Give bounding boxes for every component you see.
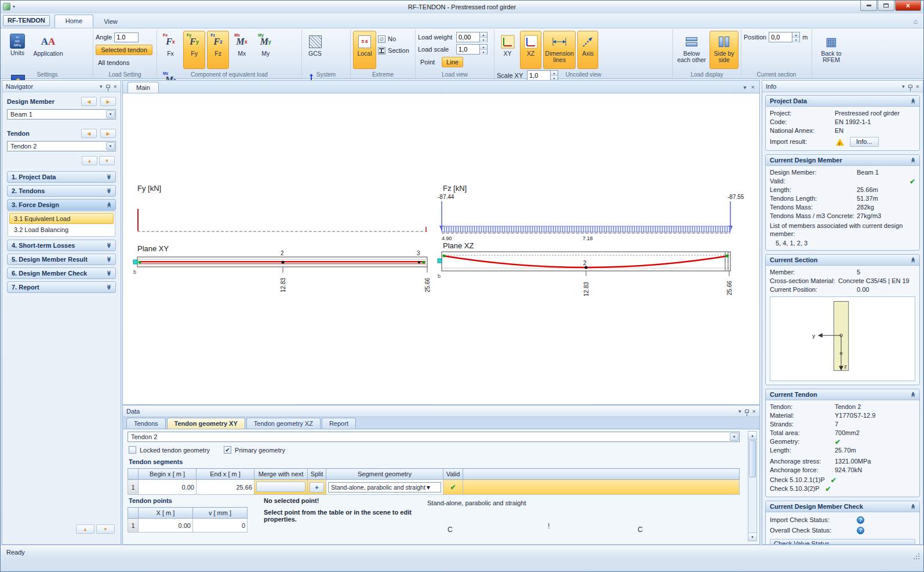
tab-tendon-geometry-xy[interactable]: Tendon geometry XY xyxy=(167,418,245,429)
design-member-select[interactable]: Beam 1 ▼ xyxy=(7,109,116,120)
uncoiled-xy-button[interactable]: XY xyxy=(497,31,518,69)
maximize-button[interactable] xyxy=(878,1,894,11)
nav-section-report[interactable]: 7. Report≫ xyxy=(7,281,116,293)
dimension-lines-button[interactable]: Dimension lines xyxy=(543,31,576,69)
panel-menu-icon[interactable]: ▾ xyxy=(100,84,103,89)
close-button[interactable]: × xyxy=(895,1,921,11)
point-button[interactable]: Point xyxy=(418,57,439,67)
doc-menu-icon[interactable]: ▾ xyxy=(744,84,747,90)
scrollbar-thumb[interactable] xyxy=(749,440,756,477)
tendon-select[interactable]: Tendon 2 ▼ xyxy=(7,141,116,151)
tab-view[interactable]: View xyxy=(93,16,128,28)
move-down-button[interactable]: ▼ xyxy=(99,156,115,165)
current-design-member-check-header[interactable]: Current Design Member Check ≫ xyxy=(766,501,919,512)
current-design-member-header[interactable]: Current Design Member ≫ xyxy=(766,155,919,166)
nav-section-short-term-losses[interactable]: 4. Short-term Losses≫ xyxy=(7,240,116,251)
seg-begin-cell[interactable]: 0.00 xyxy=(139,480,197,495)
spin-down-icon[interactable]: ▼ xyxy=(792,38,799,42)
table-row[interactable]: 1 0.00 0 xyxy=(128,519,248,533)
doc-close-icon[interactable]: × xyxy=(751,84,755,90)
resize-grip[interactable] xyxy=(914,553,919,559)
qat-customize-icon[interactable]: ▾ xyxy=(13,4,15,9)
spin-down-icon[interactable]: ▼ xyxy=(480,38,487,42)
back-to-rfem-button[interactable]: ▦ Back to RFEM xyxy=(814,31,848,69)
selected-tendon-button[interactable]: Selected tendon xyxy=(96,45,152,55)
angle-input[interactable] xyxy=(114,32,139,42)
ribbon-options-icon[interactable]: ⌂ xyxy=(914,17,921,28)
side-by-side-button[interactable]: Side by side xyxy=(710,31,739,69)
prev-design-member-button[interactable]: ◀ xyxy=(81,97,97,106)
pt-x-cell[interactable]: 0.00 xyxy=(139,519,193,533)
scroll-down-button[interactable]: ▼ xyxy=(96,524,115,534)
uncoiled-xz-button[interactable]: XZ xyxy=(520,31,541,69)
current-tendon-header[interactable]: Current Tendon ≫ xyxy=(766,389,919,400)
tab-tendon-geometry-xz[interactable]: Tendon geometry XZ xyxy=(246,418,321,429)
seg-end-cell[interactable]: 25.66 xyxy=(197,480,254,495)
spin-up-icon[interactable]: ▲ xyxy=(480,32,487,38)
nav-section-design-member-result[interactable]: 5. Design Member Result≫ xyxy=(7,254,116,265)
tab-home[interactable]: Home xyxy=(54,15,93,28)
local-button[interactable]: 58 Local xyxy=(353,31,376,69)
nav-section-design-member-check[interactable]: 6. Design Member Check≫ xyxy=(7,267,116,279)
prev-tendon-button[interactable]: ◀ xyxy=(81,129,97,138)
fx-button[interactable]: FxFx Fx xyxy=(159,31,181,69)
nav-section-tendons[interactable]: 2. Tendons≫ xyxy=(7,185,116,197)
spin-up-icon[interactable]: ▲ xyxy=(480,45,487,50)
pt-v-cell[interactable]: 0 xyxy=(193,519,248,533)
scroll-down-icon[interactable]: ▼ xyxy=(748,533,756,541)
locked-tendon-geometry-checkbox[interactable] xyxy=(129,446,136,454)
panel-menu-icon[interactable]: ▾ xyxy=(902,84,905,89)
nav-item-load-balancing[interactable]: 3.2 Load Balancing xyxy=(9,224,114,235)
next-design-member-button[interactable]: ▶ xyxy=(100,97,116,106)
extreme-section-option[interactable]: Section xyxy=(378,45,409,56)
all-tendons-button[interactable]: All tendons xyxy=(96,57,152,68)
tendon-combo[interactable]: Tendon 2 ▼ xyxy=(128,432,740,442)
pin-icon[interactable] xyxy=(908,85,912,88)
project-data-header[interactable]: Project Data ≫ xyxy=(766,96,919,107)
close-icon[interactable]: × xyxy=(752,408,756,414)
pin-icon[interactable] xyxy=(745,410,749,413)
nav-item-equivalent-load[interactable]: 3.1 Equivalent Load xyxy=(9,213,114,224)
line-button[interactable]: Line xyxy=(442,57,463,67)
extreme-no-option[interactable]: ∅ No xyxy=(378,33,409,45)
units-button[interactable]: mkNMPa Units xyxy=(4,31,31,69)
move-up-button[interactable]: ▲ xyxy=(82,156,97,165)
vertical-scrollbar[interactable]: ▲ ▼ xyxy=(748,431,757,541)
tab-main[interactable]: Main xyxy=(128,82,159,93)
table-row[interactable]: 1 0.00 25.66 + Stand-alone, parabolic an… xyxy=(128,480,740,495)
close-icon[interactable]: × xyxy=(114,84,117,89)
close-icon[interactable]: × xyxy=(916,84,919,89)
minimize-button[interactable] xyxy=(860,1,877,11)
my-button[interactable]: MyMy My xyxy=(254,31,277,69)
load-weight-input[interactable] xyxy=(456,32,479,42)
title-bar[interactable]: ▾ RF-TENDON - Prestressed roof girder × xyxy=(1,1,923,13)
panel-menu-icon[interactable]: ▾ xyxy=(739,408,741,414)
check-value-status-bar[interactable]: Check Value Status xyxy=(770,539,915,544)
spin-up-icon[interactable]: ▲ xyxy=(792,32,799,38)
fz-button[interactable]: FzFz Fz xyxy=(207,31,229,69)
fy-button[interactable]: FyFy Fy xyxy=(183,31,205,69)
position-input[interactable] xyxy=(769,32,792,42)
nav-section-force-design[interactable]: 3. Force Design≫ xyxy=(7,199,116,211)
gcs-button[interactable]: GCS xyxy=(304,31,326,69)
application-menu-button[interactable]: RF-TENDON xyxy=(3,15,50,26)
tab-report[interactable]: Report xyxy=(322,418,356,429)
info-button[interactable]: Info... xyxy=(850,137,879,147)
mx-button[interactable]: MxMx Mx xyxy=(231,31,253,69)
tab-tendons[interactable]: Tendons xyxy=(126,418,166,429)
next-tendon-button[interactable]: ▶ xyxy=(100,129,116,138)
pin-icon[interactable] xyxy=(106,85,110,88)
application-button[interactable]: AA Application xyxy=(32,31,64,69)
spin-down-icon[interactable]: ▼ xyxy=(480,50,487,55)
nav-section-project-data[interactable]: 1. Project Data≫ xyxy=(7,171,116,183)
main-canvas[interactable]: Fy [kN] Plane XY 2 3 b 12.83 25.66 Fz [ xyxy=(122,93,760,405)
merge-with-next-button[interactable] xyxy=(256,482,305,492)
split-button[interactable]: + xyxy=(310,482,324,493)
load-scale-input[interactable] xyxy=(456,44,479,55)
scroll-up-button[interactable]: ▲ xyxy=(76,524,94,534)
current-section-header[interactable]: Current Section ≫ xyxy=(766,255,919,266)
segment-geometry-select[interactable]: Stand-alone, parabolic and straight ▼ xyxy=(328,482,441,493)
primary-geometry-checkbox[interactable]: ✔ xyxy=(224,446,231,454)
axis-button[interactable]: Axis xyxy=(577,31,598,69)
scroll-up-icon[interactable]: ▲ xyxy=(748,432,756,440)
